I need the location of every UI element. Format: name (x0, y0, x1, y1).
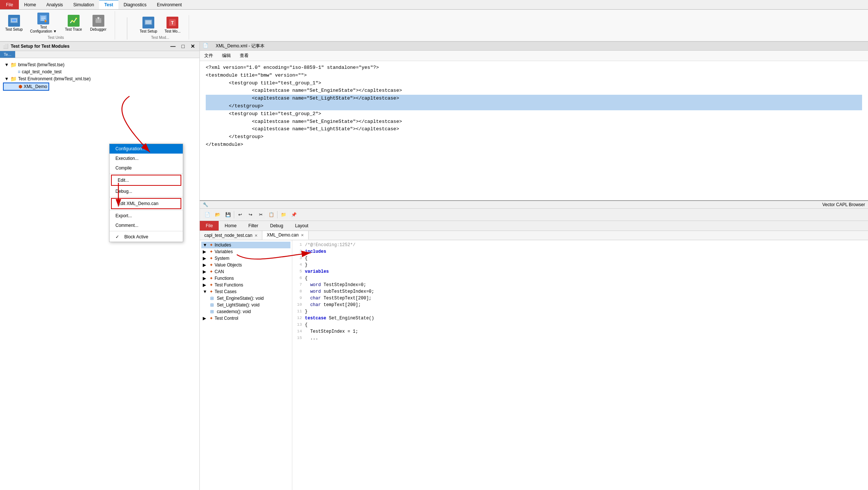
capl-tab-debug[interactable]: Debug (264, 221, 289, 231)
capl-toolbar-cut[interactable]: ✂ (256, 210, 265, 219)
capl-toolbar-paste[interactable]: 📋 (267, 210, 276, 219)
tree-item-capl[interactable]: ≡ capl_test_node_test (3, 68, 196, 75)
setup-icon (8, 15, 20, 27)
xml-line-3: <testgroup title="test_group_1"> (206, 80, 862, 87)
capl-toolbar-new[interactable]: 📄 (203, 210, 212, 219)
xml-menu-file[interactable]: 文件 (203, 52, 215, 60)
context-menu-comment[interactable]: Comment... (110, 221, 183, 230)
test-setup2-label: Test Setup (140, 29, 157, 33)
capl-tab-file[interactable]: File (200, 221, 219, 231)
file-icon-capl: ≡ (18, 69, 20, 74)
testcontrol-label: Test Control (215, 316, 238, 321)
test-trace-button[interactable]: Test Trace (62, 13, 85, 34)
capl-tree-testcases[interactable]: ▼ ✦ Test Cases (201, 288, 290, 295)
panel-maximize-button[interactable]: □ (180, 43, 186, 49)
capl-tab-can1[interactable]: capl_test_node_test.can ✕ (200, 231, 262, 240)
tree-item-testenv[interactable]: ▼ 📁 Test Environment (bmwTest_xml.tse) (3, 75, 196, 83)
expand-can: ▶ (203, 269, 208, 274)
line-num-6: 6 (294, 275, 305, 282)
line-num-8: 8 (294, 288, 305, 295)
line-code-13: { (305, 322, 307, 328)
tab-analysis[interactable]: Analysis (41, 0, 68, 9)
capl-tab-layout[interactable]: Layout (289, 221, 314, 231)
tab-simulation[interactable]: Simulation (68, 0, 99, 9)
line-num-13: 13 (294, 322, 305, 328)
test-setup-button[interactable]: Test Setup (3, 13, 25, 33)
tab-file[interactable]: File (0, 0, 19, 9)
inner-tab-active[interactable]: Te... (0, 51, 15, 58)
ribbon-content: Test Setup TestConfiguration ▼ Test Trac… (0, 10, 868, 41)
line-code-15: ... (305, 335, 318, 342)
capl-tree-testcontrol[interactable]: ▶ ✦ Test Control (201, 315, 290, 322)
toolbar-sep-1 (234, 211, 234, 218)
xml-menu-view[interactable]: 查看 (238, 52, 250, 60)
capl-titlebar: 🔧 Vector CAPL Browser (200, 201, 868, 209)
functions-label: Functions (215, 276, 234, 281)
capl-title-text: Vector CAPL Browser (822, 202, 865, 207)
line-num-1: 1 (294, 242, 305, 248)
context-menu-configuration[interactable]: Configuration... (110, 144, 183, 154)
xml-menu-edit[interactable]: 编辑 (221, 52, 232, 60)
capl-toolbar: 📄 📂 💾 ↩ ↪ ✂ 📋 📁 📌 (200, 209, 868, 221)
line-num-9: 9 (294, 295, 305, 302)
capl-tab-home[interactable]: Home (219, 221, 242, 231)
capl-tree-can[interactable]: ▶ ✦ CAN (201, 268, 290, 275)
capl-tab2-close[interactable]: ✕ (301, 233, 304, 237)
setengine-label: Set_EngineState(): void (217, 296, 264, 301)
line-num-14: 14 (294, 328, 305, 335)
expand-system: ▶ (203, 256, 208, 261)
capl-code[interactable]: 1 /*@!Encoding:1252*/ 2 includes 3 { 4 } (292, 240, 868, 490)
line-num-5: 5 (294, 268, 305, 275)
capl-tab-can2[interactable]: XML_Demo.can ✕ (262, 231, 309, 240)
test-setup2-button[interactable]: Test Setup (138, 15, 159, 35)
tree-label-capl: capl_test_node_test (22, 69, 61, 74)
capl-tab1-close[interactable]: ✕ (255, 234, 258, 238)
capl-tree-system[interactable]: ▶ ✦ System (201, 255, 290, 262)
tree-item-xmldemo[interactable]: ⬢ XML_Demo (3, 83, 49, 91)
tab-home[interactable]: Home (19, 0, 41, 9)
capl-toolbar-open[interactable]: 📂 (213, 210, 222, 219)
panel-close-button[interactable]: ✕ (189, 43, 196, 49)
debugger-button[interactable]: Debugger (88, 13, 109, 33)
line-code-10: char tempText[200]; (305, 302, 361, 308)
context-menu-execution[interactable]: Execution... (110, 154, 183, 163)
capl-toolbar-save[interactable]: 💾 (223, 210, 232, 219)
panel-title: Test Setup for Test Modules (11, 44, 70, 49)
svg-rect-16 (145, 20, 151, 24)
context-menu: Configuration... Execution... Compile Ed… (109, 144, 183, 242)
context-menu-compile[interactable]: Compile (110, 163, 183, 173)
test-units-label: Test Units (48, 36, 64, 40)
capl-toolbar-folder[interactable]: 📁 (279, 210, 288, 219)
context-menu-block-active[interactable]: ✓ Block Active (110, 232, 183, 242)
tab-test[interactable]: Test (99, 0, 118, 9)
test-configuration-button[interactable]: TestConfiguration ▼ (28, 11, 59, 35)
context-menu-edit[interactable]: Edit... (111, 175, 181, 186)
context-menu-edit-xmldemo[interactable]: Edit XML_Demo.can (111, 198, 181, 209)
capl-tree-casedemo[interactable]: ⊞ casedemo(): void (201, 308, 290, 315)
capl-tree-setlightstate[interactable]: ⊞ Set_LightState(): void (201, 302, 290, 308)
panel-titlebar: ⬜ Test Setup for Test Modules — □ ✕ (0, 42, 199, 51)
tree-item-bmwtest[interactable]: ▼ 📁 bmwTest (bmwTest.tse) (3, 61, 196, 68)
capl-toolbar-undo[interactable]: ↩ (236, 210, 245, 219)
includes-label: Includes (215, 242, 231, 248)
capl-tree-testfunctions[interactable]: ▶ ✦ Test Functions (201, 282, 290, 288)
xml-line-4: <capltestcase name="Set_EngineState"></c… (206, 87, 862, 95)
xml-line-1: <?xml version="1.0" encoding="iso-8859-1… (206, 64, 862, 72)
capl-tree-variables[interactable]: ▶ ✦ Variables (201, 248, 290, 255)
capl-toolbar-pin[interactable]: 📌 (289, 210, 298, 219)
xml-title-icon: 📄 (203, 43, 208, 49)
test-mod-button[interactable]: T Test Mo... (162, 15, 183, 35)
context-menu-export[interactable]: Export... (110, 211, 183, 221)
panel-minimize-button[interactable]: — (169, 43, 177, 49)
context-menu-debug[interactable]: Debug... (110, 187, 183, 196)
capl-tab-filter[interactable]: Filter (242, 221, 264, 231)
tab-environment[interactable]: Environment (152, 0, 187, 9)
capl-tree-valueobjects[interactable]: ▶ ✦ Value Objects (201, 262, 290, 268)
line-num-4: 4 (294, 262, 305, 268)
capl-tree-includes[interactable]: ▼ ✦ Includes (201, 242, 290, 248)
capl-toolbar-redo[interactable]: ↪ (246, 210, 255, 219)
setlight-bullet: ⊞ (210, 302, 214, 308)
capl-tree-setenginestate[interactable]: ⊞ Set_EngineState(): void (201, 295, 290, 302)
tab-diagnostics[interactable]: Diagnostics (118, 0, 152, 9)
capl-tree-functions[interactable]: ▶ ✦ Functions (201, 275, 290, 282)
